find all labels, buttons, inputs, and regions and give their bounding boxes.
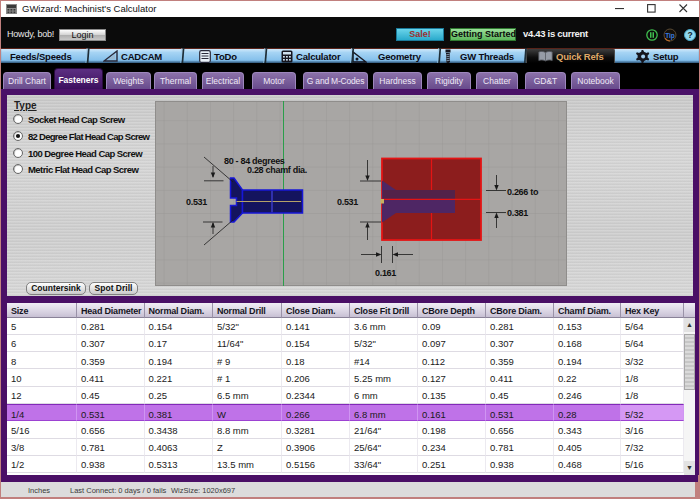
svg-text:?: ? <box>687 30 692 40</box>
svg-text:0.161: 0.161 <box>375 268 396 278</box>
svg-text:0.28 chamf dia.: 0.28 chamf dia. <box>247 165 307 175</box>
svg-text:0.266 to: 0.266 to <box>507 187 539 197</box>
svg-text:0.381: 0.381 <box>507 208 528 218</box>
svg-text:0.531: 0.531 <box>337 197 358 207</box>
svg-text:Tip: Tip <box>665 32 675 40</box>
svg-text:0.531: 0.531 <box>186 197 207 207</box>
